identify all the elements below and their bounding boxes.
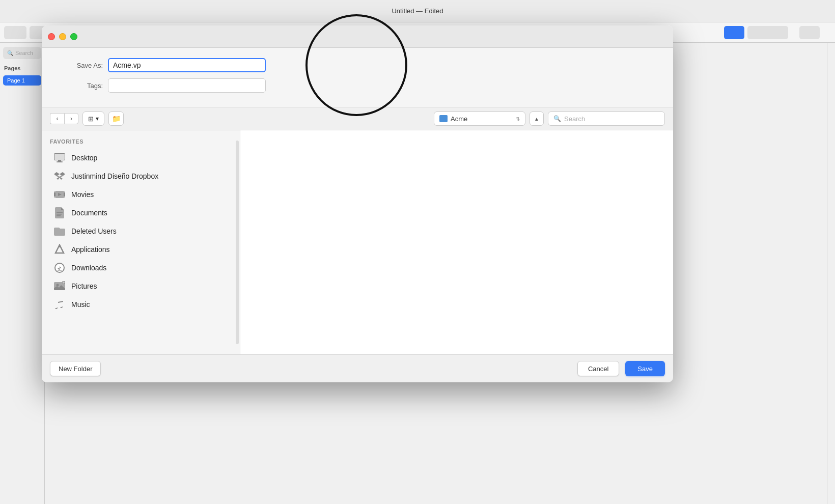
dialog-search-box[interactable]: 🔍 Search [548,111,665,126]
sidebar-item-applications[interactable]: Applications [46,240,236,259]
music-icon [54,299,65,310]
svg-marker-8 [60,175,63,178]
desktop-icon [54,152,65,163]
app-search-placeholder: Search [15,50,33,56]
sidebar-item-label-movies: Movies [71,190,94,199]
dropdown-arrow-icon: ⇅ [516,116,520,122]
sidebar-item-label-dropbox: Justinmind Diseño Dropbox [71,172,158,180]
view-label: ▾ [96,115,99,122]
app-left-sidebar: 🔍 Search Pages Page 1 [0,43,45,504]
dropbox-icon [54,171,65,182]
dialog-bottom: New Folder Cancel Save [42,354,673,382]
toolbar-widget-1 [4,26,26,39]
sidebar-item-desktop[interactable]: Desktop [46,149,236,167]
view-icon: ⊞ [88,115,94,123]
new-folder-button[interactable]: New Folder [50,361,101,376]
downloads-icon [54,262,65,273]
save-as-row: Save As: [62,58,653,72]
cancel-button[interactable]: Cancel [577,361,619,376]
app-sidebar-page-item[interactable]: Page 1 [3,75,41,86]
collapse-button[interactable]: ▲ [530,111,544,126]
svg-point-25 [57,284,59,287]
location-label: Acme [451,115,467,123]
save-dialog: Save As: Tags: ‹ › ⊞ ▾ 📁 Acme ⇅ ▲ 🔍 Se [42,25,673,382]
svg-point-19 [59,245,61,247]
sidebar-item-label-desktop: Desktop [71,154,97,162]
svg-rect-13 [64,197,65,198]
sidebar-item-deleted-users[interactable]: Deleted Users [46,222,236,240]
search-icon: 🔍 [553,115,561,122]
dialog-content: Favorites Desktop [42,130,673,354]
sidebar-item-label-documents: Documents [71,209,107,217]
documents-icon [54,207,65,218]
sidebar-item-label-downloads: Downloads [71,264,106,272]
traffic-lights [48,33,77,40]
dialog-titlebar [42,25,673,48]
sidebar-item-dropbox[interactable]: Justinmind Diseño Dropbox [46,167,236,185]
sidebar-item-label-music: Music [71,300,90,309]
applications-icon [54,244,65,255]
new-folder-toolbar-button[interactable]: 📁 [108,111,124,126]
sidebar-item-documents[interactable]: Documents [46,204,236,222]
tags-label: Tags: [62,82,103,90]
svg-rect-11 [64,191,65,192]
minimize-button[interactable] [59,33,66,40]
svg-rect-16 [57,212,63,213]
svg-rect-23 [58,270,62,271]
back-button[interactable]: ‹ [50,113,64,124]
dialog-sidebar: Favorites Desktop [42,130,240,354]
sidebar-item-movies[interactable]: Movies [46,185,236,204]
svg-rect-18 [57,215,61,216]
dialog-file-area [240,130,673,354]
deleted-users-icon [54,226,65,237]
svg-rect-3 [57,161,63,162]
location-folder-icon [439,115,448,122]
forward-button[interactable]: › [64,113,78,124]
svg-rect-17 [57,214,62,215]
dialog-toolbar: ‹ › ⊞ ▾ 📁 Acme ⇅ ▲ 🔍 Search [42,107,673,130]
sidebar-item-label-deleted-users: Deleted Users [71,227,117,235]
sidebar-scrollbar[interactable] [236,141,239,344]
app-search[interactable]: 🔍 Search [3,47,41,59]
sidebar-item-music[interactable]: Music [46,295,236,314]
svg-rect-2 [58,160,61,161]
toolbar-primary-btn[interactable] [724,26,744,39]
sidebar-item-label-applications: Applications [71,245,110,254]
close-button[interactable] [48,33,55,40]
view-toggle-button[interactable]: ⊞ ▾ [82,111,104,126]
favorites-title: Favorites [42,136,240,149]
app-title: Untitled — Edited [392,7,443,15]
toolbar-secondary-btn[interactable] [747,26,788,39]
movies-icon [54,189,65,200]
tags-row: Tags: [62,78,653,93]
save-as-label: Save As: [62,62,103,69]
pictures-icon [54,281,65,292]
svg-rect-28 [63,282,65,283]
sidebar-item-downloads[interactable]: Downloads [46,259,236,277]
toolbar-end [823,26,831,39]
toolbar-cloud-icon [799,26,820,39]
dialog-form: Save As: Tags: [42,48,673,107]
svg-rect-1 [54,154,65,160]
sidebar-item-pictures[interactable]: Pictures [46,277,236,295]
app-right-sidebar [827,43,835,504]
new-folder-icon: 📁 [112,115,121,123]
sidebar-item-label-pictures: Pictures [71,282,97,290]
search-placeholder: Search [564,115,585,123]
svg-rect-12 [54,197,55,198]
app-sidebar-section-title: Pages [0,63,44,73]
location-dropdown[interactable]: Acme ⇅ [434,111,525,126]
save-as-input[interactable] [108,58,266,72]
maximize-button[interactable] [70,33,77,40]
save-button[interactable]: Save [625,361,665,376]
svg-marker-7 [57,175,60,178]
tags-input[interactable] [108,78,266,93]
nav-button-group: ‹ › [50,113,78,124]
app-title-bar: Untitled — Edited [0,0,835,22]
svg-rect-10 [54,191,55,192]
